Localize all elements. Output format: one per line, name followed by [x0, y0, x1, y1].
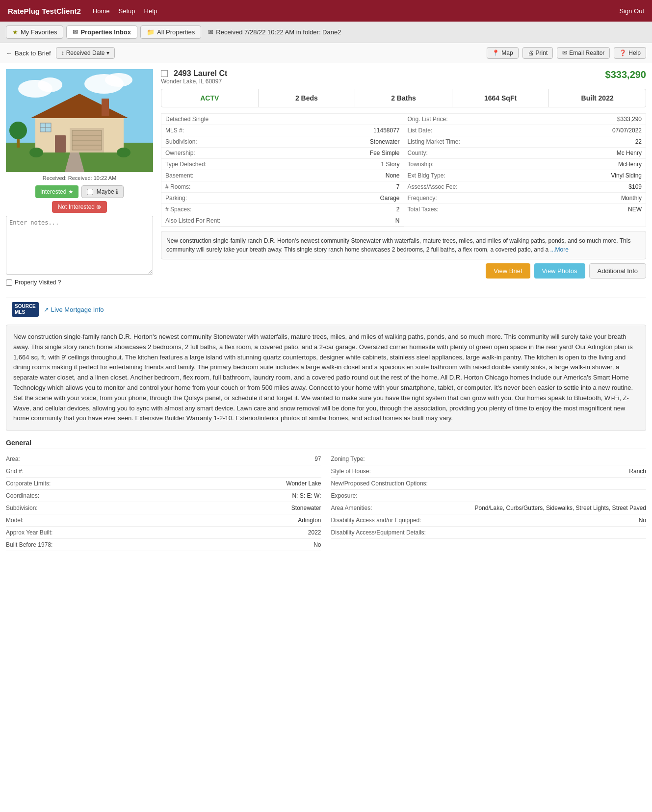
stat-sqft-val: 1664 SqFt: [454, 94, 547, 102]
tab-my-favorites-label: My Favorites: [21, 28, 57, 36]
detail-ext-bldg-val: Vinyl Siding: [476, 172, 642, 179]
received-info: ✉ Received 7/28/22 10:22 AM in folder: D…: [208, 28, 341, 36]
general-row-label: Model:: [6, 517, 24, 524]
general-row: Grid #:: [6, 465, 321, 478]
map-btn[interactable]: 📍 Map: [487, 47, 518, 59]
general-row-value: Stonewater: [291, 505, 321, 511]
property-visited-label: Property Visited ?: [15, 279, 61, 286]
detail-assoc-fee: Assess/Assoc Fee: $109: [404, 181, 646, 193]
property-address: 2493 Laurel Ct: [174, 69, 227, 78]
general-row-label: New/Proposed Construction Options:: [331, 480, 428, 487]
general-row-label: Corporate Limits:: [6, 480, 51, 487]
additional-info-btn[interactable]: Additional Info: [589, 263, 646, 279]
svg-point-22: [117, 148, 130, 157]
stat-status-val: ACTV: [163, 94, 256, 102]
general-row-value: Wonder Lake: [286, 480, 321, 487]
tab-all-properties[interactable]: 📁 All Properties: [140, 25, 201, 39]
detail-orig-price-label: Orig. List Price:: [408, 116, 476, 123]
general-row-value: N: S: E: W:: [292, 492, 321, 499]
nav-bar: RatePlug TestClient2 Home Setup Help Sig…: [0, 0, 652, 22]
action-bar: ← Back to Brief ↕ Received Date ▾ 📍 Map …: [0, 43, 652, 63]
detail-frequency-label: Frequency:: [408, 195, 476, 202]
general-row-label: Approx Year Built:: [6, 529, 52, 536]
long-description: New construction single-family ranch D.R…: [6, 325, 646, 431]
general-row: Disability Access and/or Equipped:No: [331, 514, 647, 527]
tab-my-favorites[interactable]: ★ My Favorites: [6, 25, 63, 39]
general-row-label: Built Before 1978:: [6, 541, 52, 548]
action-bar-right: 📍 Map 🖨 Print ✉ Email Realtor ❓ Help: [487, 47, 646, 59]
email-realtor-btn[interactable]: ✉ Email Realtor: [557, 47, 610, 59]
received-date-label: Received Date: [66, 50, 105, 56]
stat-status: ACTV: [161, 89, 259, 107]
stat-beds: 2 Beds: [259, 89, 356, 107]
maybe-btn[interactable]: Maybe ℹ: [81, 185, 124, 198]
detail-list-date: List Date: 07/07/2022: [404, 125, 646, 136]
read-more-link[interactable]: ...More: [550, 246, 569, 253]
detail-market-time-val: 22: [476, 138, 642, 145]
help-btn[interactable]: ❓ Help: [614, 47, 646, 59]
general-row-label: Disability Access/Equipment Details:: [331, 529, 426, 536]
sign-out-link[interactable]: Sign Out: [619, 7, 644, 15]
property-select-checkbox[interactable]: [161, 70, 168, 77]
interested-label: Interested ★: [40, 188, 74, 195]
detail-basement-val: None: [234, 172, 400, 179]
detail-spaces-label: # Spaces:: [165, 206, 234, 213]
stats-row: ACTV 2 Beds 2 Baths 1664 SqFt Built 2022: [161, 89, 646, 107]
detail-assoc-fee-label: Assess/Assoc Fee:: [408, 183, 476, 190]
property-price: $333,290: [605, 69, 646, 80]
nav-help[interactable]: Help: [144, 7, 157, 15]
email-received-icon: ✉: [208, 28, 213, 36]
detail-parking-val: Garage: [234, 195, 400, 202]
email-icon-realtor: ✉: [562, 50, 567, 56]
back-to-brief-label: Back to Brief: [15, 50, 51, 57]
map-pin-icon: 📍: [492, 50, 499, 56]
view-brief-btn[interactable]: View Brief: [486, 263, 530, 279]
general-row: Disability Access/Equipment Details:: [331, 527, 647, 539]
source-mls-line2: MLS: [15, 309, 36, 315]
maybe-checkbox[interactable]: [87, 189, 93, 195]
tab-bar: ★ My Favorites ✉ Properties Inbox 📁 All …: [0, 22, 652, 43]
print-btn[interactable]: 🖨 Print: [522, 47, 553, 59]
detail-spaces: # Spaces: 2: [161, 204, 404, 215]
property-visited-checkbox[interactable]: [6, 279, 12, 286]
print-label: Print: [536, 50, 548, 56]
tab-properties-inbox-label: Properties Inbox: [80, 28, 131, 36]
tab-properties-inbox[interactable]: ✉ Properties Inbox: [66, 25, 137, 39]
detail-also-listed-val: N: [234, 217, 400, 224]
detail-rooms-val: 7: [234, 183, 400, 190]
stat-baths: 2 Baths: [355, 89, 452, 107]
property-top: Received: Received: 10:22 AM Interested …: [6, 69, 646, 286]
svg-rect-18: [102, 99, 109, 116]
notes-textarea[interactable]: [6, 216, 153, 275]
detail-list-date-val: 07/07/2022: [476, 127, 642, 134]
general-row: Coordinates:N: S: E: W:: [6, 490, 321, 502]
arrow-left-icon: ←: [6, 50, 12, 57]
received-date-sort[interactable]: ↕ Received Date ▾: [56, 47, 115, 59]
detail-basement-label: Basement:: [165, 172, 234, 179]
detail-assoc-fee-val: $109: [476, 183, 642, 190]
general-row: Model:Arlington: [6, 514, 321, 527]
general-row-value: Pond/Lake, Curbs/Gutters, Sidewalks, Str…: [474, 505, 646, 511]
maybe-label: Maybe ℹ: [97, 188, 118, 195]
not-interested-label: Not Interested ⊗: [58, 203, 102, 210]
view-photos-btn[interactable]: View Photos: [534, 263, 585, 279]
interested-btn[interactable]: Interested ★: [35, 185, 78, 198]
not-interested-container: Not Interested ⊗: [6, 201, 153, 213]
back-to-brief-btn[interactable]: ← Back to Brief: [6, 50, 51, 57]
help-label: Help: [628, 50, 641, 56]
detail-ownership: Ownership: Fee Simple: [161, 148, 404, 159]
live-mortgage-link[interactable]: ↗ Live Mortgage Info: [44, 306, 104, 313]
not-interested-btn[interactable]: Not Interested ⊗: [52, 201, 107, 213]
nav-setup[interactable]: Setup: [119, 7, 135, 15]
general-row-value: No: [313, 541, 321, 548]
property-header: 2493 Laurel Ct Wonder Lake, IL 60097 $33…: [161, 69, 646, 85]
stat-baths-val: 2 Baths: [357, 94, 450, 102]
received-time: Received: 10:22 AM: [68, 175, 116, 181]
detail-mls-val: 11458077: [234, 127, 400, 134]
detail-township-label: Township:: [408, 161, 476, 168]
stat-beds-val: 2 Beds: [261, 94, 353, 102]
sort-icon: ↕: [61, 50, 64, 56]
nav-home[interactable]: Home: [93, 7, 110, 15]
main-content: Received: Received: 10:22 AM Interested …: [0, 63, 652, 298]
general-row-label: Subdivision:: [6, 505, 38, 511]
